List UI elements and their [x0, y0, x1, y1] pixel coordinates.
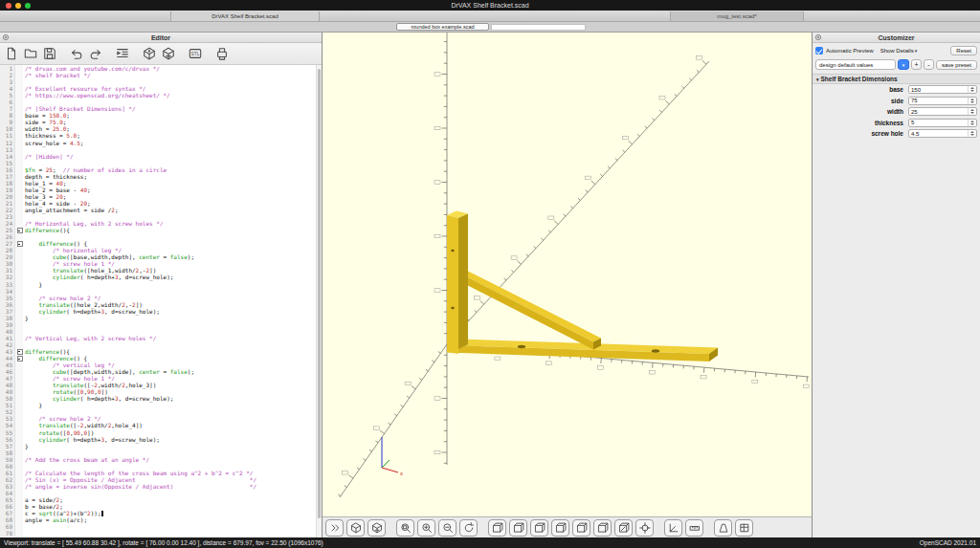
editor-scrollbar-thumb[interactable] [318, 69, 321, 518]
show-scale-markers-button[interactable] [685, 519, 703, 537]
code-line[interactable]: 20hole_3 = 20; [0, 193, 316, 200]
code-line[interactable]: 19hole_2 = base - 40; [0, 186, 316, 193]
stepper-buttons[interactable] [968, 120, 976, 126]
parameter-spinbox[interactable]: 25 [908, 107, 977, 116]
minimize-window-button[interactable] [15, 3, 21, 9]
show-axes-button[interactable] [664, 519, 682, 537]
parameter-value[interactable]: 25 [909, 109, 968, 115]
fold-marker-icon[interactable] [15, 348, 23, 355]
code-line[interactable]: 17depth = thickness; [0, 173, 316, 180]
preset-combobox[interactable]: design default values [815, 59, 896, 70]
code-line[interactable]: 46 cube([depth,width,side], center = fal… [0, 368, 316, 375]
undo-button[interactable] [67, 44, 86, 63]
send-to-printer-button[interactable] [212, 44, 232, 63]
view-right-button[interactable] [488, 519, 506, 537]
view-diagonal-button[interactable] [614, 519, 633, 537]
render-button[interactable] [159, 44, 178, 63]
show-details-dropdown[interactable]: Show Details ▾ [880, 48, 918, 54]
new-file-button[interactable] [2, 44, 21, 63]
fold-marker-icon[interactable] [15, 355, 23, 362]
code-line[interactable]: 10width = 25.0; [0, 125, 316, 132]
save-preset-button[interactable]: save preset [936, 60, 977, 70]
code-line[interactable]: 34 [0, 288, 316, 295]
render-button[interactable] [368, 519, 386, 537]
code-line[interactable]: 23 [0, 213, 316, 220]
code-line[interactable]: 67c = sqrt((a^2)+(b^2)); [0, 510, 316, 516]
parameter-value[interactable]: 75 [909, 98, 968, 103]
code-line[interactable]: 32 cylinder( h=depth+3, d=screw_hole); [0, 274, 316, 280]
code-line[interactable]: 69 [0, 523, 316, 530]
orthogonal-button[interactable] [735, 519, 753, 537]
view-left-button[interactable] [551, 519, 569, 537]
stepper-down-icon[interactable] [970, 112, 974, 114]
stepper-up-icon[interactable] [970, 131, 974, 133]
code-line[interactable]: 26 [0, 233, 316, 240]
code-line[interactable]: 62/* Sin (x) = Opposite / Adjacent */ [0, 476, 316, 483]
code-line[interactable]: 53 /* screw hole 2 */ [0, 415, 316, 422]
parameter-spinbox[interactable]: 75 [908, 97, 977, 105]
code-line[interactable]: 55 rotate([0,90,0]) [0, 429, 316, 436]
indent-button[interactable] [113, 44, 132, 63]
code-line[interactable]: 58 [0, 449, 316, 456]
code-line[interactable]: 35 /* screw hole 2 */ [0, 295, 316, 301]
code-line[interactable]: 36 translate([hole_2,width/2,-2]) [0, 301, 316, 308]
code-line[interactable]: 13 [0, 146, 316, 153]
code-line[interactable]: 29 cube([base,width,depth], center = fal… [0, 253, 316, 260]
code-line[interactable]: 49 rotate([0,90,0]) [0, 388, 316, 395]
code-line[interactable]: 15 [0, 160, 316, 166]
code-line[interactable]: 9side = 75.0; [0, 119, 316, 125]
view-bottom-button[interactable] [530, 519, 548, 537]
code-line[interactable]: 6 [0, 99, 316, 105]
code-line[interactable]: 42 [0, 341, 316, 348]
fold-marker-icon[interactable] [15, 227, 23, 233]
code-line[interactable]: 59/* Add the cross beam at an angle */ [0, 456, 316, 463]
code-line[interactable]: 63/* angle = inverse sin(Opposite / Adja… [0, 483, 316, 490]
code-line[interactable]: 66b = base/2; [0, 503, 316, 510]
export-stl-button[interactable]: STL [186, 44, 205, 63]
tab-drvax-shelf-bracket[interactable]: DrVAX Shelf Bracket.scad [170, 11, 320, 21]
stepper-buttons[interactable] [968, 98, 976, 104]
code-line[interactable]: 8base = 150.0; [0, 112, 316, 119]
code-line[interactable]: 37 cylinder( h=depth+3, d=screw_hole); [0, 308, 316, 315]
stepper-buttons[interactable] [968, 108, 976, 115]
code-line[interactable]: 11thickness = 5.0; [0, 132, 316, 139]
code-line[interactable]: 45 /* vertical leg */ [0, 362, 316, 368]
code-line[interactable]: 4/* Excellent resource for syntax */ [0, 85, 316, 92]
code-line[interactable]: 18hole_1 = 40; [0, 180, 316, 186]
preview-button[interactable] [346, 519, 365, 537]
code-editor[interactable]: 1/* drvax.com and youtube.com/c/drvax */… [0, 65, 316, 537]
code-line[interactable]: 56 cylinder( h=depth+3, d=screw_hole); [0, 436, 316, 443]
remove-preset-button[interactable]: - [924, 59, 934, 70]
3d-viewport[interactable]: x [323, 33, 812, 537]
preset-dropdown-button[interactable]: ▾ [898, 59, 909, 70]
code-line[interactable]: 68angle = asin(a/c); [0, 516, 316, 523]
code-line[interactable]: 60 [0, 463, 316, 470]
code-line[interactable]: 5/* https://www.openscad.org/cheatsheet/… [0, 92, 316, 99]
parameter-spinbox[interactable]: 4.5 [908, 129, 977, 138]
view-top-button[interactable] [509, 519, 527, 537]
code-line[interactable]: 51 } [0, 402, 316, 408]
code-line[interactable]: 47 /* screw hole 1 */ [0, 375, 316, 382]
view-back-button[interactable] [593, 519, 612, 537]
zoom-all-button[interactable] [396, 519, 414, 537]
code-line[interactable]: 22angle_attachment = side /2; [0, 207, 316, 213]
stepper-buttons[interactable] [968, 130, 976, 137]
save-file-button[interactable] [40, 44, 59, 63]
code-line[interactable]: 39 [0, 321, 316, 328]
stepper-down-icon[interactable] [970, 101, 974, 103]
zoom-window-button[interactable] [25, 3, 31, 9]
reset-view-button[interactable] [459, 519, 478, 537]
stepper-up-icon[interactable] [970, 87, 974, 89]
view-front-button[interactable] [572, 519, 590, 537]
code-line[interactable]: 52 [0, 408, 316, 415]
show-all-toolbar-button[interactable] [325, 519, 344, 537]
perspective-button[interactable] [714, 519, 732, 537]
tab-rounded-box-example[interactable]: rounded box example.scad [396, 23, 489, 31]
reset-button[interactable]: Reset [950, 46, 977, 55]
stepper-down-icon[interactable] [970, 134, 974, 136]
parameter-spinbox[interactable]: 150 [908, 85, 977, 94]
code-line[interactable]: 44 difference() { [0, 355, 316, 362]
tab-mug-test[interactable]: mug_test.scad* [670, 11, 804, 21]
view-center-button[interactable] [635, 519, 654, 537]
code-line[interactable]: 14/* [Hidden] */ [0, 153, 316, 160]
